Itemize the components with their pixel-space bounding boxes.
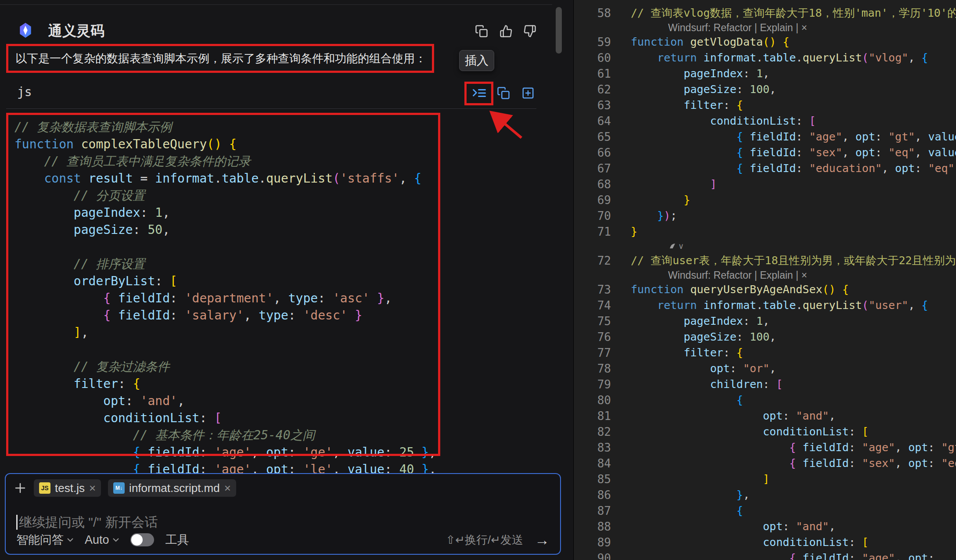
tools-toggle[interactable] bbox=[130, 533, 154, 546]
line-number[interactable]: 65 bbox=[574, 129, 611, 145]
editor-line[interactable]: 81 opt: "and", bbox=[574, 408, 956, 424]
close-icon[interactable]: × bbox=[224, 481, 231, 495]
send-button[interactable]: → bbox=[535, 532, 550, 548]
editor-line[interactable]: 70 }); bbox=[574, 208, 956, 224]
editor-line[interactable]: 76 pageSize: 100, bbox=[574, 329, 956, 345]
thumbs-up-icon[interactable] bbox=[500, 25, 513, 38]
line-number[interactable]: 62 bbox=[574, 82, 611, 97]
editor-line[interactable]: 78 opt: "or", bbox=[574, 361, 956, 377]
line-number[interactable]: 77 bbox=[574, 345, 611, 361]
context-chip-testjs[interactable]: JS test.js × bbox=[34, 479, 101, 497]
editor-line[interactable]: 75 pageIndex: 1, bbox=[574, 313, 956, 329]
line-number[interactable]: 81 bbox=[574, 408, 611, 424]
model-selector[interactable]: Auto bbox=[85, 533, 119, 547]
message-input[interactable]: 继续提问或 "/" 新开会话 bbox=[16, 513, 158, 532]
scrollbar-thumb[interactable] bbox=[556, 7, 562, 54]
line-number[interactable]: 75 bbox=[574, 313, 611, 329]
editor-line[interactable]: 63 filter: { bbox=[574, 97, 956, 113]
line-number[interactable]: 72 bbox=[574, 253, 611, 269]
editor-line[interactable]: 77 filter: { bbox=[574, 345, 956, 361]
line-number[interactable]: 70 bbox=[574, 208, 611, 224]
editor-line[interactable]: 80 { bbox=[574, 392, 956, 408]
line-number[interactable]: 63 bbox=[574, 97, 611, 113]
line-number[interactable]: 88 bbox=[574, 519, 611, 535]
editor-line[interactable]: 65 { fieldId: "age", opt: "gt", value: bbox=[574, 129, 956, 145]
editor-line[interactable]: 88 opt: "and", bbox=[574, 519, 956, 535]
line-number[interactable]: 79 bbox=[574, 377, 611, 392]
editor-line[interactable]: 86 }, bbox=[574, 487, 956, 503]
windsurf-gutter-icon-row[interactable]: ∨ bbox=[574, 240, 956, 253]
editor-line[interactable]: 84 { fieldId: "sex", opt: "eq" bbox=[574, 456, 956, 471]
line-number[interactable]: 83 bbox=[574, 440, 611, 456]
line-number[interactable]: 68 bbox=[574, 176, 611, 192]
editor-line[interactable]: 82 conditionList: [ bbox=[574, 424, 956, 440]
line-number[interactable]: 86 bbox=[574, 487, 611, 503]
line-number[interactable]: 71 bbox=[574, 224, 611, 240]
line-number[interactable]: 82 bbox=[574, 424, 611, 440]
windsurf-codelens[interactable]: Windsurf: Refactor | Explain | × bbox=[668, 21, 807, 34]
mode-label: 智能问答 bbox=[16, 532, 64, 548]
editor-line[interactable]: 72// 查询user表，年龄大于18且性别为男，或年龄大于22且性别为女 bbox=[574, 253, 956, 269]
line-number[interactable]: 87 bbox=[574, 503, 611, 519]
copy-response-icon[interactable] bbox=[475, 25, 488, 38]
windsurf-icon[interactable] bbox=[668, 242, 677, 251]
new-file-code-icon[interactable] bbox=[521, 86, 535, 100]
line-number[interactable]: 74 bbox=[574, 298, 611, 313]
line-number[interactable]: 59 bbox=[574, 34, 611, 50]
windsurf-codelens[interactable]: Windsurf: Refactor | Explain | × bbox=[668, 269, 807, 282]
editor-line[interactable]: 90 { fieldId: "age", opt: bbox=[574, 550, 956, 560]
line-number[interactable]: 89 bbox=[574, 535, 611, 550]
editor-line[interactable]: 79 children: [ bbox=[574, 377, 956, 392]
line-number[interactable]: 80 bbox=[574, 392, 611, 408]
editor-line[interactable]: 89 conditionList: [ bbox=[574, 535, 956, 550]
editor-line[interactable]: 67 { fieldId: "education", opt: "eq", bbox=[574, 161, 956, 176]
line-number[interactable] bbox=[574, 21, 611, 34]
line-number[interactable] bbox=[574, 269, 611, 282]
mode-selector[interactable]: 智能问答 bbox=[16, 532, 73, 548]
line-number[interactable]: 90 bbox=[574, 550, 611, 560]
editor-line[interactable]: 64 conditionList: [ bbox=[574, 113, 956, 129]
line-number[interactable]: 69 bbox=[574, 192, 611, 208]
editor-line[interactable]: 68 ] bbox=[574, 176, 956, 192]
line-number[interactable]: 78 bbox=[574, 361, 611, 377]
line-number[interactable]: 73 bbox=[574, 282, 611, 298]
add-context-icon[interactable] bbox=[14, 481, 27, 495]
editor-line[interactable]: 58// 查询表vlog数据，查询年龄大于18，性别'man'，学历'10'的记 bbox=[574, 5, 956, 21]
line-number[interactable]: 64 bbox=[574, 113, 611, 129]
line-number[interactable]: 66 bbox=[574, 145, 611, 161]
editor-line[interactable]: 83 { fieldId: "age", opt: "gt" bbox=[574, 440, 956, 456]
line-number[interactable]: 60 bbox=[574, 50, 611, 66]
close-icon[interactable]: × bbox=[89, 481, 96, 495]
editor-line[interactable]: 69 } bbox=[574, 192, 956, 208]
toggle-knob bbox=[131, 534, 143, 546]
editor-line[interactable]: 62 pageSize: 100, bbox=[574, 82, 956, 97]
code-line: opt: 'and', bbox=[14, 392, 561, 409]
editor-line[interactable]: 73function queryUserByAgeAndSex() { bbox=[574, 282, 956, 298]
line-number[interactable]: 58 bbox=[574, 5, 611, 21]
line-number[interactable]: 61 bbox=[574, 66, 611, 82]
line-number[interactable] bbox=[574, 240, 611, 253]
editor-line[interactable]: 71} bbox=[574, 224, 956, 240]
thumbs-down-icon[interactable] bbox=[523, 25, 536, 38]
code-language-label: js bbox=[17, 83, 32, 101]
editor-line[interactable]: 60 return informat.table.queryList("vlog… bbox=[574, 50, 956, 66]
code-editor[interactable]: 58// 查询表vlog数据，查询年龄大于18，性别'man'，学历'10'的记… bbox=[573, 0, 956, 560]
line-number[interactable]: 85 bbox=[574, 471, 611, 487]
editor-line[interactable]: 59function getVlogData() { bbox=[574, 34, 956, 50]
editor-line[interactable]: 66 { fieldId: "sex", opt: "eq", value: bbox=[574, 145, 956, 161]
assistant-header: 通义灵码 bbox=[0, 20, 553, 41]
line-number[interactable]: 84 bbox=[574, 456, 611, 471]
line-number[interactable]: 76 bbox=[574, 329, 611, 345]
code-line: ], bbox=[14, 324, 561, 341]
line-number[interactable]: 67 bbox=[574, 161, 611, 176]
context-chip-markdown[interactable]: M↓ informat.script.md × bbox=[108, 479, 236, 497]
input-toolbar: 智能问答 Auto 工具 ⇧↵换行/↵发送 → bbox=[16, 531, 550, 549]
assistant-code-block[interactable]: // 复杂数据表查询脚本示例function complexTableQuery… bbox=[6, 115, 561, 478]
editor-line[interactable]: 87 { bbox=[574, 503, 956, 519]
editor-line[interactable]: 74 return informat.table.queryList("user… bbox=[574, 298, 956, 313]
editor-line[interactable]: 61 pageIndex: 1, bbox=[574, 66, 956, 82]
editor-line[interactable]: 85 ] bbox=[574, 471, 956, 487]
insert-code-icon[interactable] bbox=[471, 85, 487, 101]
context-chip-row: JS test.js × M↓ informat.script.md × bbox=[14, 478, 236, 498]
copy-code-icon[interactable] bbox=[497, 86, 510, 100]
